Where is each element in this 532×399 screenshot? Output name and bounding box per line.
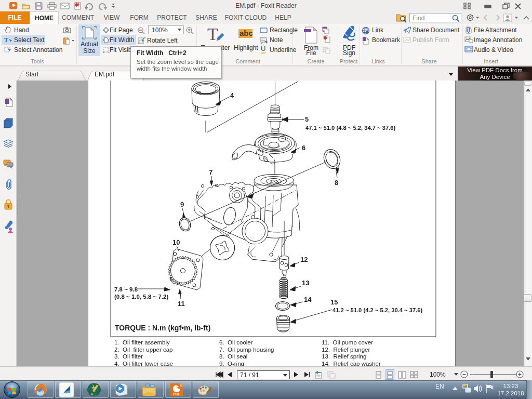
svg-text:T: T [4,36,8,44]
svg-text:4: 4 [230,91,234,99]
svg-text:47.1 ~ 51.0 (4.8 ~ 5.2, 34.7 ~: 47.1 ~ 51.0 (4.8 ~ 5.2, 34.7 ~ 37.6) [305,125,396,131]
svg-text:TORQUE : N.m (kgf•m, lb-ft): TORQUE : N.m (kgf•m, lb-ft) [115,324,210,332]
svg-text:12: 12 [300,256,308,263]
svg-text:41.2 ~ 51.0 (4.2 ~ 5.2, 30.4 ~: 41.2 ~ 51.0 (4.2 ~ 5.2, 30.4 ~ 37.6) [332,307,423,313]
svg-text:(0.8 ~ 1.0, 5.8 ~ 7.2): (0.8 ~ 1.0, 5.8 ~ 7.2) [114,294,168,300]
svg-text:13: 13 [302,279,309,287]
svg-text:8: 8 [335,179,338,187]
svg-text:9: 9 [180,201,184,208]
svg-text:10: 10 [172,238,180,246]
svg-text:7.8 ~ 9.8: 7.8 ~ 9.8 [114,286,138,292]
svg-text:PDF: PDF [173,392,181,396]
svg-text:11: 11 [178,300,185,308]
svg-text:5: 5 [305,115,309,123]
svg-text:6: 6 [302,144,305,152]
svg-text:T: T [207,25,218,44]
svg-text:15: 15 [330,298,338,306]
svg-text:7: 7 [209,168,212,176]
svg-text:14: 14 [304,296,312,303]
